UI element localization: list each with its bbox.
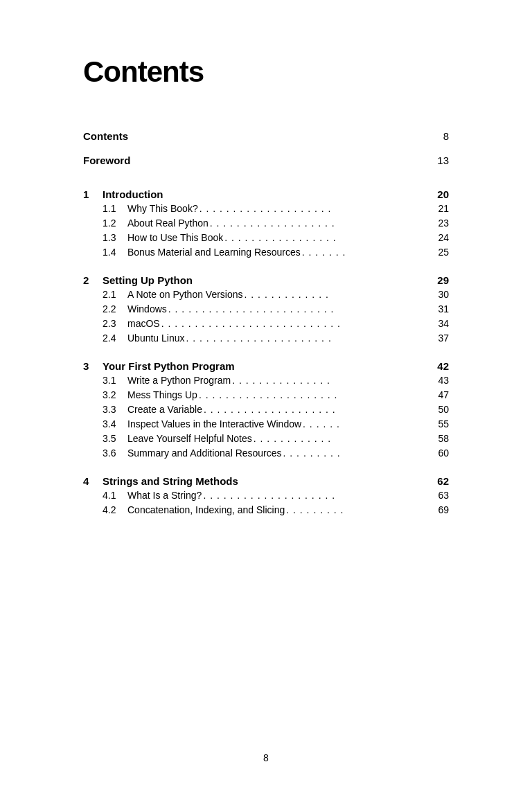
top-entry-0: Contents 8: [83, 130, 449, 142]
section-page: 31: [428, 303, 449, 314]
section-entry-1-0: 2.1 A Note on Python Versions . . . . . …: [83, 289, 449, 301]
section-page: 55: [428, 418, 449, 429]
section-dots: . . . . . . . . . . . . . . . . . . . . …: [186, 332, 427, 344]
top-entry-label: Foreword: [83, 154, 130, 166]
section-title: Mess Things Up: [127, 389, 197, 400]
section-page: 47: [428, 389, 449, 400]
section-page: 34: [428, 318, 449, 329]
section-num: 2.2: [103, 303, 127, 314]
section-entry-1-2: 2.3 macOS . . . . . . . . . . . . . . . …: [83, 318, 449, 330]
section-page: 69: [428, 504, 449, 515]
top-entry-page: 8: [432, 130, 449, 142]
top-entry-label: Contents: [83, 130, 128, 142]
section-page: 24: [428, 232, 449, 243]
section-num: 2.4: [103, 332, 127, 344]
section-entry-2-2: 3.3 Create a Variable . . . . . . . . . …: [83, 404, 449, 416]
section-dots: . . . . . . . . . . . . . . .: [232, 375, 427, 386]
section-page: 60: [428, 447, 449, 459]
section-page: 25: [428, 247, 449, 258]
section-dots: . . . . . . .: [302, 247, 427, 258]
footer-page-number: 8: [263, 752, 269, 763]
section-title: What Is a String?: [127, 490, 202, 501]
chapter-page: 29: [428, 274, 449, 286]
chapter-heading-1: 2 Setting Up Python 29: [83, 274, 449, 286]
section-entry-2-0: 3.1 Write a Python Program . . . . . . .…: [83, 375, 449, 387]
section-dots: . . . . . . . . . . . . . . . . . . . .: [203, 490, 427, 501]
section-entry-2-4: 3.5 Leave Yourself Helpful Notes . . . .…: [83, 433, 449, 445]
section-title: Inspect Values in the Interactive Window: [127, 418, 301, 429]
chapter-num: 4: [83, 475, 103, 487]
section-title: Summary and Additional Resources: [127, 447, 282, 459]
section-num: 4.1: [103, 490, 127, 501]
section-page: 30: [428, 289, 449, 300]
section-num: 3.4: [103, 418, 127, 429]
chapter-block-1: 2 Setting Up Python 29 2.1 A Note on Pyt…: [83, 274, 449, 345]
section-title-dots: Bonus Material and Learning Resources . …: [127, 247, 428, 259]
section-num: 3.1: [103, 375, 127, 386]
section-title-dots: Write a Python Program . . . . . . . . .…: [127, 375, 428, 387]
page-footer: 8: [0, 752, 532, 763]
section-dots: . . . . . . . . . . . . . . . . . . . .: [200, 203, 427, 214]
chapter-page: 20: [428, 188, 449, 200]
top-entry-dots: [133, 163, 429, 164]
section-title: Bonus Material and Learning Resources: [127, 247, 301, 258]
section-page: 58: [428, 433, 449, 444]
chapter-title: Introduction: [103, 188, 428, 200]
section-title-dots: Mess Things Up . . . . . . . . . . . . .…: [127, 389, 428, 402]
section-page: 50: [428, 404, 449, 415]
section-num: 3.2: [103, 389, 127, 400]
section-dots: . . . . . . . . . . . . . . . . . . . . …: [161, 318, 427, 329]
section-title-dots: How to Use This Book . . . . . . . . . .…: [127, 232, 428, 245]
section-entry-0-0: 1.1 Why This Book? . . . . . . . . . . .…: [83, 203, 449, 215]
section-dots: . . . . . . . . . . . . . . . . .: [224, 232, 427, 243]
chapter-title: Setting Up Python: [103, 274, 428, 286]
section-title: Leave Yourself Helpful Notes: [127, 433, 252, 444]
section-entry-3-1: 4.2 Concatenation, Indexing, and Slicing…: [83, 504, 449, 517]
section-title: Create a Variable: [127, 404, 202, 415]
section-title-dots: A Note on Python Versions . . . . . . . …: [127, 289, 428, 301]
top-entry-page: 13: [432, 154, 449, 166]
section-num: 2.1: [103, 289, 127, 300]
section-dots: . . . . . . . . . . . . . . . . . . . .: [204, 404, 427, 415]
section-page: 63: [428, 490, 449, 501]
section-dots: . . . . . . . . . . . . . . . . . . . . …: [199, 389, 427, 400]
chapter-block-0: 1 Introduction 20 1.1 Why This Book? . .…: [83, 188, 449, 259]
page-title: Contents: [83, 55, 449, 89]
section-dots: . . . . . . . . .: [286, 504, 427, 515]
section-title: Windows: [127, 303, 167, 314]
chapters-container: 1 Introduction 20 1.1 Why This Book? . .…: [83, 188, 449, 517]
section-title: Why This Book?: [127, 203, 198, 214]
chapter-heading-3: 4 Strings and String Methods 62: [83, 475, 449, 487]
chapter-title: Your First Python Program: [103, 360, 428, 372]
chapter-num: 3: [83, 360, 103, 372]
section-entry-2-3: 3.4 Inspect Values in the Interactive Wi…: [83, 418, 449, 431]
chapter-heading-2: 3 Your First Python Program 42: [83, 360, 449, 372]
chapter-block-3: 4 Strings and String Methods 62 4.1 What…: [83, 475, 449, 517]
section-num: 1.4: [103, 247, 127, 258]
section-title-dots: Why This Book? . . . . . . . . . . . . .…: [127, 203, 428, 215]
section-title-dots: Windows . . . . . . . . . . . . . . . . …: [127, 303, 428, 316]
chapter-page: 42: [428, 360, 449, 372]
section-page: 43: [428, 375, 449, 386]
section-title-dots: What Is a String? . . . . . . . . . . . …: [127, 490, 428, 502]
section-page: 23: [428, 218, 449, 229]
section-num: 1.1: [103, 203, 127, 214]
section-title: How to Use This Book: [127, 232, 223, 243]
section-entry-3-0: 4.1 What Is a String? . . . . . . . . . …: [83, 490, 449, 502]
chapter-num: 2: [83, 274, 103, 286]
section-page: 21: [428, 203, 449, 214]
section-title-dots: Leave Yourself Helpful Notes . . . . . .…: [127, 433, 428, 445]
section-num: 3.5: [103, 433, 127, 444]
top-entry-1: Foreword 13: [83, 154, 449, 166]
section-entry-2-1: 3.2 Mess Things Up . . . . . . . . . . .…: [83, 389, 449, 402]
section-dots: . . . . . . . . . . . . .: [245, 289, 427, 300]
section-title-dots: macOS . . . . . . . . . . . . . . . . . …: [127, 318, 428, 330]
section-dots: . . . . . . . . . . . . . . . . . . .: [210, 218, 427, 229]
chapter-title: Strings and String Methods: [103, 475, 428, 487]
section-title: Concatenation, Indexing, and Slicing: [127, 504, 285, 515]
section-num: 3.6: [103, 447, 127, 459]
chapter-heading-0: 1 Introduction 20: [83, 188, 449, 200]
top-entries: Contents 8 Foreword 13: [83, 130, 449, 166]
section-entry-0-3: 1.4 Bonus Material and Learning Resource…: [83, 247, 449, 259]
section-dots: . . . . . .: [303, 418, 427, 429]
